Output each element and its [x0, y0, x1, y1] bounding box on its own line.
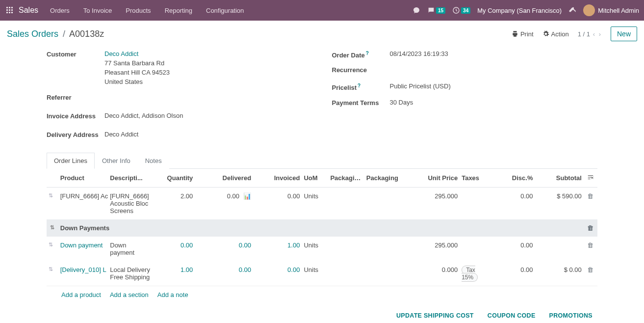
- cell-quantity[interactable]: 0.00: [153, 237, 195, 261]
- breadcrumb-root[interactable]: Sales Orders: [7, 29, 58, 39]
- cell-packaging[interactable]: [364, 261, 412, 286]
- new-button[interactable]: New: [611, 27, 637, 41]
- cell-discount[interactable]: 0.00: [492, 188, 535, 220]
- cell-discount[interactable]: 0.00: [492, 237, 535, 261]
- cell-packq[interactable]: [328, 188, 364, 220]
- promotions-button[interactable]: PROMOTIONS: [549, 312, 592, 319]
- cell-unit-price[interactable]: 295.000: [412, 188, 460, 220]
- help-icon[interactable]: ?: [358, 83, 361, 88]
- tab-notes[interactable]: Notes: [138, 153, 169, 169]
- cell-uom[interactable]: Units: [302, 188, 328, 220]
- col-options-icon[interactable]: [584, 169, 597, 188]
- tab-other-info[interactable]: Other Info: [95, 153, 138, 169]
- table-row[interactable]: ⇅ Down payment Down payment 0.00 0.00 1.…: [47, 237, 597, 261]
- col-unit-price[interactable]: Unit Price: [412, 169, 460, 188]
- messages-icon[interactable]: 15: [427, 6, 445, 14]
- cell-discount[interactable]: 0.00: [492, 261, 535, 286]
- forecast-icon[interactable]: 📊: [243, 192, 251, 200]
- cell-unit-price[interactable]: 0.000: [412, 261, 460, 286]
- drag-handle-icon[interactable]: ⇅: [47, 261, 58, 286]
- help-icon[interactable]: ?: [366, 51, 369, 56]
- table-row[interactable]: ⇅ [Delivery_010] L Local Delivery Free S…: [47, 261, 597, 286]
- delivery-address-value: Deco Addict: [104, 131, 138, 138]
- update-shipping-button[interactable]: UPDATE SHIPPING COST: [396, 312, 474, 319]
- menu-configuration[interactable]: Configuration: [206, 7, 244, 14]
- cell-taxes[interactable]: Tax 15%: [460, 261, 492, 286]
- cell-subtotal: [535, 237, 583, 261]
- col-subtotal[interactable]: Subtotal: [535, 169, 583, 188]
- menu-orders[interactable]: Orders: [50, 7, 70, 14]
- cell-product[interactable]: [Delivery_010] L: [58, 261, 108, 286]
- cell-taxes[interactable]: [460, 188, 492, 220]
- content-scroll[interactable]: Customer Deco Addict 77 Santa Barbara Rd…: [0, 46, 644, 323]
- col-product[interactable]: Product: [58, 169, 108, 188]
- referrer-label: Referrer: [47, 93, 104, 101]
- cell-delivered[interactable]: 0.00📊: [195, 188, 253, 220]
- add-product-link[interactable]: Add a product: [61, 291, 101, 298]
- cell-quantity[interactable]: 1.00: [153, 261, 195, 286]
- drag-handle-icon[interactable]: ⇅: [47, 219, 58, 237]
- cell-product[interactable]: [FURN_6666] Ac: [58, 188, 108, 220]
- customer-name[interactable]: Deco Addict: [104, 50, 170, 57]
- col-quantity[interactable]: Quantity: [153, 169, 195, 188]
- cell-description[interactable]: [FURN_6666] Acoustic Bloc Screens: [108, 188, 153, 220]
- cell-taxes[interactable]: [460, 237, 492, 261]
- action-button[interactable]: Action: [542, 30, 569, 38]
- delete-row-icon[interactable]: 🗑: [584, 261, 597, 286]
- avatar: [583, 4, 595, 16]
- add-section-link[interactable]: Add a section: [110, 291, 149, 298]
- section-title[interactable]: Down Payments: [58, 219, 584, 237]
- print-button[interactable]: Print: [512, 30, 534, 38]
- svg-rect-3: [6, 9, 8, 11]
- col-taxes[interactable]: Taxes: [460, 169, 492, 188]
- cell-description[interactable]: Local Delivery Free Shipping: [108, 261, 153, 286]
- delete-row-icon[interactable]: 🗑: [584, 188, 597, 220]
- tab-order-lines[interactable]: Order Lines: [47, 153, 95, 169]
- cell-product[interactable]: Down payment: [58, 237, 108, 261]
- col-invoiced[interactable]: Invoiced: [253, 169, 302, 188]
- add-links: Add a product Add a section Add a note: [47, 286, 597, 303]
- delete-row-icon[interactable]: 🗑: [584, 219, 597, 237]
- cell-unit-price[interactable]: 295.000: [412, 237, 460, 261]
- voip-icon[interactable]: [412, 6, 420, 14]
- cell-delivered[interactable]: 0.00: [195, 261, 253, 286]
- cell-packq[interactable]: [328, 237, 364, 261]
- cell-packaging[interactable]: [364, 237, 412, 261]
- col-packaging-qty[interactable]: Packagin...: [328, 169, 364, 188]
- table-row[interactable]: ⇅ [FURN_6666] Ac [FURN_6666] Acoustic Bl…: [47, 188, 597, 220]
- delete-row-icon[interactable]: 🗑: [584, 237, 597, 261]
- col-discount[interactable]: Disc.%: [492, 169, 535, 188]
- pager-prev[interactable]: ‹: [593, 30, 595, 38]
- cell-packq[interactable]: [328, 261, 364, 286]
- menu-products[interactable]: Products: [126, 7, 151, 14]
- menu-to-invoice[interactable]: To Invoice: [83, 7, 112, 14]
- cell-uom[interactable]: Units: [302, 261, 328, 286]
- cell-description[interactable]: Down payment: [108, 237, 153, 261]
- cell-invoiced[interactable]: 1.00: [253, 237, 302, 261]
- activities-icon[interactable]: 34: [452, 6, 470, 14]
- pager-next[interactable]: ›: [599, 30, 601, 38]
- cell-uom[interactable]: Units: [302, 237, 328, 261]
- user-menu[interactable]: Mitchell Admin: [583, 4, 639, 16]
- drag-handle-icon[interactable]: ⇅: [47, 237, 58, 261]
- tax-badge[interactable]: Tax 15%: [462, 266, 478, 282]
- customer-label: Customer: [47, 50, 104, 58]
- add-note-link[interactable]: Add a note: [157, 291, 188, 298]
- col-packaging[interactable]: Packaging: [364, 169, 412, 188]
- app-brand[interactable]: Sales: [19, 6, 38, 15]
- apps-icon[interactable]: [5, 5, 15, 15]
- cell-invoiced[interactable]: 0.00: [253, 188, 302, 220]
- company-selector[interactable]: My Company (San Francisco): [477, 7, 562, 14]
- coupon-code-button[interactable]: COUPON CODE: [488, 312, 536, 319]
- section-row[interactable]: ⇅ Down Payments 🗑: [47, 219, 597, 237]
- cell-quantity[interactable]: 2.00: [153, 188, 195, 220]
- col-description[interactable]: Descripti...: [108, 169, 153, 188]
- debug-icon[interactable]: [568, 6, 576, 15]
- col-delivered[interactable]: Delivered: [195, 169, 253, 188]
- menu-reporting[interactable]: Reporting: [165, 7, 192, 14]
- col-uom[interactable]: UoM: [302, 169, 328, 188]
- cell-invoiced[interactable]: 0.00: [253, 261, 302, 286]
- cell-packaging[interactable]: [364, 188, 412, 220]
- drag-handle-icon[interactable]: ⇅: [47, 188, 58, 220]
- cell-delivered[interactable]: 0.00: [195, 237, 253, 261]
